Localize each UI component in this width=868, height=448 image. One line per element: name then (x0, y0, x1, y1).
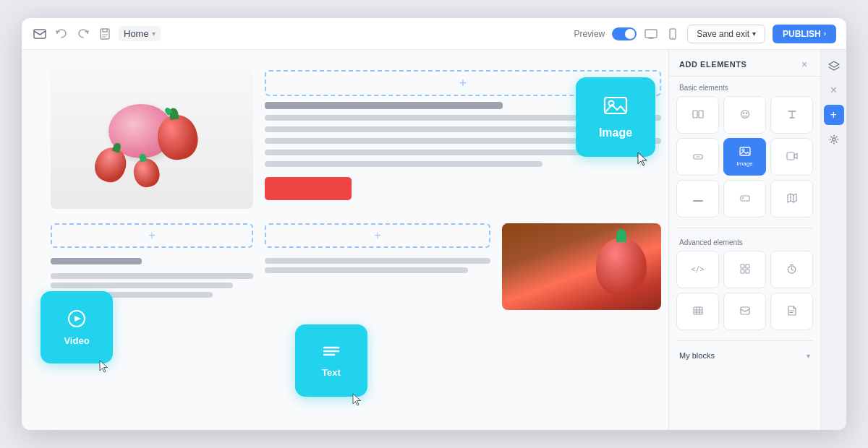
strawberry-image (502, 223, 661, 310)
email-icon[interactable] (32, 26, 48, 42)
cursor-video (98, 359, 110, 376)
svg-rect-18 (741, 264, 744, 268)
add-element-btn[interactable]: + (824, 105, 844, 125)
toolbar-left: Home ▾ (32, 26, 567, 42)
element-button[interactable] (676, 138, 719, 176)
divider-icon (693, 194, 703, 204)
advanced-elements-grid: </> (669, 251, 820, 337)
save-exit-button[interactable]: Save and exit ▾ (687, 25, 765, 43)
form-icon (740, 306, 750, 316)
svg-rect-21 (746, 270, 749, 273)
element-divider[interactable] (676, 180, 719, 217)
panel-header: ADD ELEMENTS × (669, 50, 820, 77)
image-panel-icon (739, 147, 751, 158)
cursor-image (637, 151, 650, 170)
home-label: Home (124, 28, 149, 39)
floating-image-card[interactable]: Image (576, 77, 655, 157)
products-icon (740, 264, 750, 275)
close-panel-btn[interactable]: × (824, 80, 844, 100)
toolbar-right: Preview Save and exit ▾ PUBLISH (574, 25, 836, 43)
svg-rect-8 (693, 111, 697, 118)
app-window: Home ▾ Preview Save and exit ▾ (22, 18, 846, 430)
text-icon (787, 110, 797, 120)
svg-rect-14 (740, 147, 750, 155)
floating-video-card[interactable]: Video (41, 291, 113, 363)
element-products[interactable] (723, 251, 766, 288)
video-desc-1 (51, 273, 253, 279)
mobile-icon[interactable] (665, 27, 680, 41)
element-text[interactable] (770, 96, 813, 134)
add-element-text-row[interactable]: + (265, 223, 490, 248)
desktop-icon[interactable] (644, 27, 658, 41)
my-blocks-row[interactable]: My blocks ▾ (669, 344, 820, 367)
body-line-5 (265, 161, 542, 167)
add-elements-panel: ADD ELEMENTS × Basic elements (668, 50, 820, 430)
svg-rect-1 (101, 29, 109, 39)
map-icon (787, 193, 797, 204)
element-file[interactable] (770, 293, 813, 330)
publish-button[interactable]: PUBLISH › (773, 25, 836, 43)
image-card-icon (603, 95, 628, 121)
save-icon[interactable] (97, 26, 113, 42)
panel-separator-1 (676, 228, 813, 228)
element-image[interactable]: Image (723, 138, 766, 176)
advanced-elements-label: Advanced elements (669, 231, 820, 251)
svg-point-25 (832, 138, 835, 141)
svg-point-4 (672, 37, 673, 38)
layers-icon-btn[interactable] (824, 56, 844, 76)
floating-text-card[interactable]: Text (295, 324, 367, 397)
text-col2-line-1 (265, 258, 490, 264)
body-line-4 (265, 150, 582, 155)
element-timer[interactable] (770, 251, 813, 288)
svg-point-15 (742, 149, 744, 151)
svg-rect-2 (645, 30, 657, 38)
social-icon (740, 109, 750, 121)
element-form[interactable] (723, 293, 766, 330)
element-video[interactable] (770, 138, 813, 176)
add-element-video-row[interactable]: + (51, 223, 253, 248)
element-input[interactable] (723, 180, 766, 217)
undo-icon[interactable] (54, 26, 69, 42)
video-panel-icon (786, 152, 798, 162)
home-chevron: ▾ (152, 30, 156, 38)
video-title-line (51, 258, 142, 264)
element-code[interactable]: </> (676, 251, 719, 288)
columns-icon (692, 110, 704, 120)
svg-rect-24 (741, 307, 749, 314)
input-icon (740, 194, 750, 204)
home-button[interactable]: Home ▾ (119, 26, 161, 41)
toolbar: Home ▾ Preview Save and exit ▾ (22, 18, 846, 50)
text-col2-line-2 (265, 267, 468, 273)
element-table[interactable] (676, 293, 719, 330)
element-map[interactable] (770, 180, 813, 217)
svg-point-12 (745, 112, 746, 113)
image-block-2[interactable] (502, 223, 661, 310)
settings-icon-btn[interactable] (824, 129, 844, 150)
basic-elements-grid: Image (669, 96, 820, 225)
svg-rect-16 (787, 152, 794, 160)
text-col-2: + (265, 223, 490, 310)
element-columns[interactable] (676, 96, 719, 134)
element-social[interactable] (723, 96, 766, 134)
panel-close-button[interactable]: × (799, 59, 810, 70)
svg-point-11 (742, 112, 744, 113)
cursor-text (352, 392, 363, 410)
svg-rect-0 (34, 30, 46, 38)
side-icons: × + (820, 50, 846, 430)
panel-separator-2 (676, 340, 813, 341)
button-icon (693, 152, 703, 162)
image-panel-label: Image (736, 160, 752, 167)
ice-cream-image (51, 64, 253, 209)
image-card-label: Image (599, 126, 632, 139)
preview-toggle[interactable] (612, 27, 637, 40)
svg-rect-17 (741, 196, 749, 201)
text-card-icon (321, 344, 341, 363)
main-area: + + (22, 50, 846, 430)
file-icon (788, 306, 796, 317)
code-icon: </> (691, 266, 704, 273)
panel-title: ADD ELEMENTS (679, 60, 746, 69)
redo-icon[interactable] (75, 26, 91, 42)
canvas[interactable]: + + (22, 50, 668, 430)
image-block-1[interactable] (51, 64, 253, 209)
basic-elements-label: Basic elements (669, 77, 820, 96)
